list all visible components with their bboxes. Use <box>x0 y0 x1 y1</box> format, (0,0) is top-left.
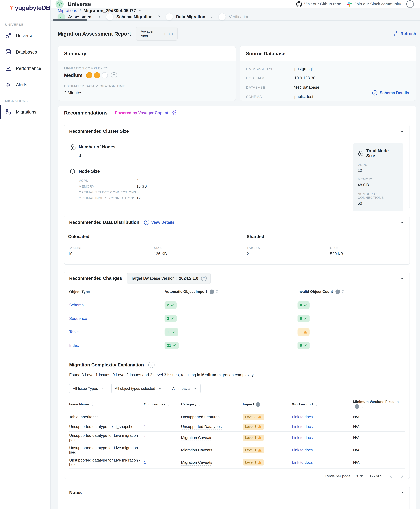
size-value: 136 KB <box>154 252 167 256</box>
info-icon[interactable]: i <box>210 289 214 294</box>
occurrences-link[interactable]: 1 <box>144 460 146 464</box>
issue-category: Unsupported Datatypes <box>181 425 222 430</box>
collapse-button[interactable] <box>400 490 405 495</box>
filter-issue-types[interactable]: All Issue Types <box>69 384 108 393</box>
view-details-link[interactable]: View Details <box>144 220 174 225</box>
sidebar-item-alerts[interactable]: Alerts <box>0 77 50 92</box>
sort-icon[interactable] <box>360 404 364 410</box>
workaround-link[interactable]: Link to docs <box>292 448 313 452</box>
source-row-value: public, test <box>294 94 313 99</box>
help-button[interactable]: ? <box>406 0 414 8</box>
object-type-link[interactable]: Schema <box>69 303 84 307</box>
total-vcpu-label: VCPU <box>358 163 399 167</box>
schema-details-link[interactable]: Schema Details <box>372 90 409 96</box>
notes-body: • Limitations in assessment <box>64 499 410 509</box>
info-icon[interactable]: i <box>256 402 260 407</box>
object-type-link[interactable]: Index <box>69 343 79 348</box>
object-type-link[interactable]: Sequence <box>69 316 87 321</box>
step-label: Verification <box>229 15 249 19</box>
workaround-link[interactable]: Link to docs <box>292 460 313 464</box>
occurrences-link[interactable]: 1 <box>144 448 146 452</box>
migration-name: Migration_29d80eb05d77 <box>83 8 136 13</box>
refresh-button[interactable]: Refresh <box>393 31 416 37</box>
check-icon <box>170 317 174 320</box>
object-changes-table: Object Type Automatic Object Import i <box>64 285 410 352</box>
source-row: DATABASE TYPE postgresql <box>246 67 410 71</box>
occurrences-link[interactable]: 1 <box>144 425 146 429</box>
brand-name: yugabyteDB <box>15 4 50 11</box>
target-db-version-label: Target Database Version : <box>131 276 177 281</box>
table-row: Schema 2 0 <box>64 298 410 312</box>
collapse-button[interactable] <box>400 129 405 134</box>
powered-by-label: Powered by Voyager Copilot <box>115 111 168 115</box>
database-icon <box>5 49 11 55</box>
sort-icon[interactable] <box>341 289 345 295</box>
sparkle-icon <box>171 110 177 116</box>
content: Migration Assessment Report Voyager Vers… <box>51 21 420 509</box>
step-schema-migration[interactable]: Schema Migration <box>106 13 152 20</box>
warning-icon <box>258 425 262 428</box>
issue-category: Migration Caveats <box>181 448 212 453</box>
sidebar-item-label: Alerts <box>16 82 27 87</box>
check-icon <box>172 330 176 334</box>
breadcrumb-migrations-link[interactable]: Migrations <box>58 8 77 13</box>
sort-icon[interactable] <box>198 402 202 407</box>
brand-logo[interactable]: yugabyteDB <box>0 0 50 15</box>
report-title: Migration Assessment Report <box>58 31 131 37</box>
complexity-title-row: Migration Complexity Explanation ? <box>69 362 405 368</box>
sort-icon[interactable] <box>90 402 94 407</box>
invalid-count-badge: 0 <box>298 315 309 322</box>
sort-icon[interactable] <box>215 289 219 295</box>
collapse-button[interactable] <box>400 276 405 281</box>
source-row-label: DATABASE TYPE <box>246 67 294 71</box>
chevron-down-icon <box>138 8 142 13</box>
sidebar-item-databases[interactable]: Databases <box>0 45 50 59</box>
sidebar-section-universe: UNIVERSE <box>0 23 50 26</box>
warning-icon <box>258 415 262 419</box>
sort-icon[interactable] <box>314 402 318 407</box>
cluster-size-card: Recommended Cluster Size Numb <box>64 125 410 209</box>
sort-icon[interactable] <box>261 402 265 407</box>
prev-page-button[interactable] <box>389 474 393 479</box>
sharded-tables: TABLES 2 <box>247 246 330 256</box>
complexity-value: Medium <box>64 73 82 78</box>
limitations-link[interactable]: Limitations in assessment <box>77 509 127 509</box>
refresh-icon <box>393 31 398 37</box>
main-area: Universe Visit our Github repo Join o <box>51 0 420 509</box>
workaround-link[interactable]: Link to docs <box>292 435 313 440</box>
workaround-link[interactable]: Link to docs <box>292 425 313 429</box>
occurrences-link[interactable]: 1 <box>144 435 146 440</box>
complexity-explanation-help-icon[interactable]: ? <box>148 362 155 368</box>
info-icon[interactable]: i <box>355 404 359 409</box>
filter-object-types[interactable]: All object types selected <box>111 384 165 393</box>
filter-label: All Impacts <box>172 386 190 391</box>
version-help-icon[interactable]: ? <box>201 276 207 281</box>
rows-per-page-select[interactable]: 10 <box>354 474 363 478</box>
breadcrumb-current[interactable]: Migration_29d80eb05d77 <box>83 8 142 13</box>
github-link[interactable]: Visit our Github repo <box>296 1 341 7</box>
col-issue-name: Issue Name <box>69 397 144 412</box>
powered-by-copilot[interactable]: Powered by Voyager Copilot <box>115 110 177 116</box>
size-label: SIZE <box>330 246 343 250</box>
sidebar-item-performance[interactable]: Performance <box>0 61 50 76</box>
recommendations-title: Recommendations <box>64 110 108 116</box>
object-type-link[interactable]: Table <box>69 330 79 334</box>
sidebar-item-migrations[interactable]: Migrations <box>0 105 50 119</box>
min-versions-value: N/A <box>353 444 405 456</box>
issue-row: Unsupported datatype for Live migration … <box>69 432 405 444</box>
info-icon[interactable]: i <box>336 289 340 294</box>
sidebar-item-universe[interactable]: Universe <box>0 29 50 43</box>
min-versions-value: N/A <box>353 432 405 444</box>
sort-icon[interactable] <box>167 402 171 407</box>
next-page-button[interactable] <box>400 474 405 479</box>
complexity-help-icon[interactable]: ? <box>111 72 117 78</box>
step-verification[interactable]: Verification <box>218 13 249 20</box>
slack-link[interactable]: Join our Slack community <box>346 1 401 7</box>
step-data-migration[interactable]: Data Migration <box>166 13 205 20</box>
sharded-column: Sharded TABLES 2 SIZE 520 KB <box>240 234 410 256</box>
filter-impacts[interactable]: All Impacts <box>169 384 201 393</box>
collapse-button[interactable] <box>400 220 405 225</box>
occurrences-link[interactable]: 1 <box>144 415 146 419</box>
col-invalid-count: Invalid Object Count i <box>298 285 410 298</box>
workaround-link[interactable]: Link to docs <box>292 415 313 419</box>
